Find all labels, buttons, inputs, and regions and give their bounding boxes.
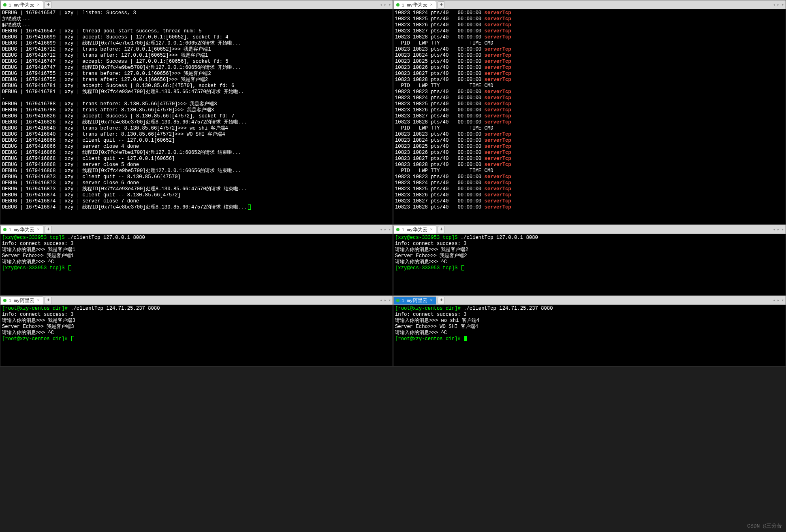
tabnav-right-icon[interactable]: ▸ (384, 298, 387, 303)
ps-row: 10823 10826 pts/40 00:00:00 serverTcp (395, 22, 784, 28)
tab-huawei-4[interactable]: 1 my华为云 × (393, 226, 436, 234)
tabnav-dropdown-icon[interactable]: ▾ (388, 298, 391, 303)
tabnav-dropdown-icon[interactable]: ▾ (781, 298, 784, 303)
tab-huawei-1[interactable]: 1 my华为云 × (0, 1, 43, 9)
terminal-line: DEBUG | 1679416874 | xzy | client quit -… (2, 192, 391, 198)
ps-row: 10823 10828 pts/40 00:00:00 serverTcp (395, 119, 784, 126)
ps-row: 10823 10823 pts/40 00:00:00 serverTcp (395, 174, 784, 180)
ps-row: 10823 10824 pts/40 00:00:00 serverTcp (395, 95, 784, 101)
close-icon[interactable]: × (37, 2, 40, 7)
terminal-line: 请输入你的消息>>> ^C (395, 330, 784, 336)
cursor-icon (71, 336, 74, 341)
terminal-mid-left[interactable]: [xzy@ecs-333953 tcp]$ ./clientTcp 127.0.… (0, 234, 393, 295)
tabnav-right-icon[interactable]: ▸ (777, 2, 780, 7)
tabnav-left-icon[interactable]: ◂ (773, 298, 775, 303)
terminal-mid-right[interactable]: [xzy@ecs-333953 tcp]$ ./clientTcp 127.0.… (393, 234, 786, 295)
status-dot-icon (396, 3, 399, 6)
pane-mid-right: 1 my华为云 × + ◂ ▸ ▾ [xzy@ecs-333953 tcp]$ … (393, 225, 786, 296)
new-tab-button[interactable]: + (45, 1, 52, 9)
terminal-line: DEBUG | 1679416781 | xzy | accept: Succe… (2, 83, 391, 89)
tabnav-left-icon[interactable]: ◂ (380, 298, 382, 303)
terminal-line: DEBUG | 1679416868 | xzy | server close … (2, 162, 391, 168)
ps-row: 10823 10824 pts/40 00:00:00 serverTcp (395, 138, 784, 144)
tab-aliyun-1[interactable]: 1 my阿里云 × (0, 296, 43, 304)
close-icon[interactable]: × (430, 227, 433, 232)
tab-aliyun-2[interactable]: 1 my阿里云 × (393, 296, 436, 304)
terminal-line: DEBUG | 1679416874 | xzy | server close … (2, 198, 391, 204)
tabnav-right-icon[interactable]: ▸ (777, 298, 780, 303)
terminal-line: DEBUG | 1679416755 | xzy | trans after: … (2, 77, 391, 83)
tabnav-left-icon[interactable]: ◂ (380, 227, 382, 232)
tabnav-dropdown-icon[interactable]: ▾ (781, 2, 784, 7)
close-icon[interactable]: × (37, 298, 40, 303)
new-tab-button[interactable]: + (438, 226, 445, 233)
tabnav-left-icon[interactable]: ◂ (773, 227, 775, 232)
tabnav-right-icon[interactable]: ▸ (777, 227, 780, 232)
tabnav-right-icon[interactable]: ▸ (384, 227, 387, 232)
terminal-line: DEBUG | 1679416781 | xzy | 线程ID[0x7fc4e9… (2, 89, 391, 95)
terminal-line: DEBUG | 1679416747 | xzy | accept: Succe… (2, 59, 391, 65)
close-icon[interactable]: × (37, 227, 40, 232)
close-icon[interactable]: × (430, 2, 433, 7)
terminal-top-left[interactable]: DEBUG | 1679416547 | xzy | listen: Succe… (0, 9, 393, 224)
tab-label: 1 my阿里云 (402, 298, 427, 304)
terminal-line: 加锁成功... (2, 16, 391, 22)
terminal-line: DEBUG | 1679416840 | xzy | trans before:… (2, 126, 391, 132)
terminal-line: 解锁成功... (2, 22, 391, 28)
tabnav-dropdown-icon[interactable]: ▾ (781, 227, 784, 232)
ps-row: 10823 10827 pts/40 00:00:00 serverTcp (395, 198, 784, 204)
terminal-line: info: connect success: 3 (2, 241, 391, 247)
ps-row: 10823 10826 pts/40 00:00:00 serverTcp (395, 192, 784, 198)
new-tab-button[interactable]: + (45, 297, 52, 304)
tab-label: 1 my华为云 (402, 227, 427, 233)
ps-header: PID LWP TTY TIME CMD (395, 40, 784, 47)
tabnav-dropdown-icon[interactable]: ▾ (388, 227, 391, 232)
close-icon[interactable]: × (430, 298, 433, 303)
terminal-line: Server Echo>>> WO SHI 客户端4 (395, 324, 784, 330)
tabnav-left-icon[interactable]: ◂ (380, 2, 382, 7)
terminal-line: [xzy@ecs-333953 tcp]$ ./clientTcp 127.0.… (2, 235, 391, 241)
new-tab-button[interactable]: + (438, 297, 445, 304)
terminal-line: DEBUG | 1679416699 | xzy | 线程ID[0x7fc4e7… (2, 40, 391, 47)
tabnav-dropdown-icon[interactable]: ▾ (388, 2, 391, 7)
terminal-line: . (2, 95, 391, 101)
status-dot-icon (396, 299, 399, 302)
tab-nav-arrows: ◂ ▸ ▾ (773, 225, 784, 234)
ps-row: 10823 10828 pts/40 00:00:00 serverTcp (395, 77, 784, 83)
ps-row: 10823 10826 pts/40 00:00:00 serverTcp (395, 65, 784, 71)
status-dot-icon (3, 299, 6, 302)
tab-nav-arrows: ◂ ▸ ▾ (380, 225, 391, 234)
tab-label: 1 my华为云 (9, 227, 34, 233)
terminal-bot-right[interactable]: [root@xzy-centos dir]# ./clientTcp 124.7… (393, 305, 786, 366)
ps-row: 10823 10828 pts/40 00:00:00 serverTcp (395, 204, 784, 211)
tab-label: 1 my华为云 (402, 2, 427, 8)
terminal-line: info: connect success: 3 (2, 312, 391, 318)
tabnav-left-icon[interactable]: ◂ (773, 2, 775, 7)
terminal-line: [xzy@ecs-333953 tcp]$ (395, 265, 784, 271)
tab-nav-arrows: ◂ ▸ ▾ (773, 296, 784, 304)
new-tab-button[interactable]: + (438, 1, 445, 9)
terminal-line: DEBUG | 1679416747 | xzy | 线程ID[0x7fc4e9… (2, 65, 391, 71)
ps-row: 10823 10828 pts/40 00:00:00 serverTcp (395, 34, 784, 40)
ps-row: 10823 10825 pts/40 00:00:00 serverTcp (395, 144, 784, 150)
tabbar-bot-left: 1 my阿里云 × + ◂ ▸ ▾ (0, 296, 393, 305)
terminal-line: Server Echo>>> 我是客户端3 (2, 324, 391, 330)
ps-row: 10823 10827 pts/40 00:00:00 serverTcp (395, 113, 784, 119)
terminal-line: [root@xzy-centos dir]# (395, 336, 784, 342)
terminal-line: DEBUG | 1679416788 | xzy | trans before:… (2, 101, 391, 107)
tabnav-right-icon[interactable]: ▸ (384, 2, 387, 7)
terminal-line: 请输入你的消息>>> 我是客户端2 (395, 247, 784, 253)
ps-row: 10823 10824 pts/40 00:00:00 serverTcp (395, 180, 784, 186)
new-tab-button[interactable]: + (45, 226, 52, 233)
terminal-line: [xzy@ecs-333953 tcp]$ (2, 265, 391, 271)
terminal-line: [xzy@ecs-333953 tcp]$ ./clientTcp 127.0.… (395, 235, 784, 241)
terminal-line: DEBUG | 1679416868 | xzy | 线程ID[0x7fc4e9… (2, 168, 391, 174)
terminal-top-right[interactable]: 10823 10824 pts/40 00:00:00 serverTcp108… (393, 9, 786, 224)
tabbar-bot-right: 1 my阿里云 × + ◂ ▸ ▾ (393, 296, 786, 305)
tab-huawei-2[interactable]: 1 my华为云 × (393, 1, 436, 9)
ps-row: 10823 10827 pts/40 00:00:00 serverTcp (395, 71, 784, 77)
terminal-line: DEBUG | 1679416874 | xzy | 线程ID[0x7fc4e8… (2, 204, 391, 211)
tabbar-top-right: 1 my华为云 × + ◂ ▸ ▾ (393, 0, 786, 9)
tab-huawei-3[interactable]: 1 my华为云 × (0, 226, 43, 234)
terminal-bot-left[interactable]: [root@xzy-centos dir]# ./clientTcp 124.7… (0, 305, 393, 366)
